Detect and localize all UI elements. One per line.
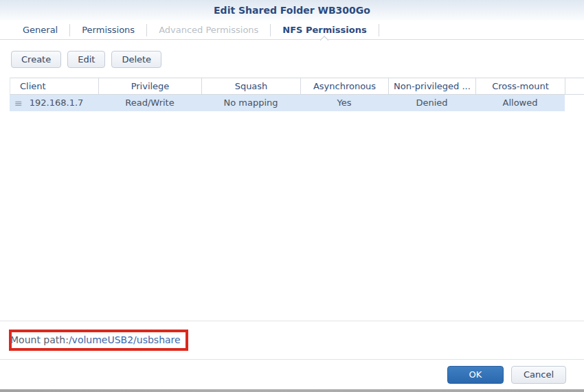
footer-button-bar: OK Cancel	[0, 359, 584, 389]
delete-button[interactable]: Delete	[111, 51, 161, 68]
mount-path-value: /volumeUSB2/usbshare	[69, 334, 181, 345]
nfs-rules-table: Client Privilege Squash Asynchronous Non…	[10, 78, 584, 111]
nfs-toolbar: Create Edit Delete	[0, 40, 584, 68]
column-header-privilege[interactable]: Privilege	[99, 78, 202, 94]
column-header-cross-mount[interactable]: Cross-mount	[476, 78, 565, 94]
table-empty-area	[0, 111, 584, 321]
cell-privilege: Read/Write	[98, 95, 201, 111]
annotation-highlight-box: Mount path:/volumeUSB2/usbshare	[9, 330, 188, 351]
drag-handle-icon[interactable]: ≡	[10, 95, 30, 111]
table-row[interactable]: ≡ 192.168.1.7 Read/Write No mapping Yes …	[10, 95, 565, 111]
footer-info-area: Mount path:/volumeUSB2/usbshare	[0, 321, 584, 359]
cell-client-value: 192.168.1.7	[30, 95, 84, 111]
table-header-row: Client Privilege Squash Asynchronous Non…	[10, 78, 584, 95]
ok-button[interactable]: OK	[447, 366, 504, 384]
cell-non-privileged: Denied	[388, 95, 475, 111]
create-button[interactable]: Create	[11, 51, 61, 68]
window-bottom-edge	[0, 389, 584, 392]
tab-advanced-permissions: Advanced Permissions	[147, 21, 270, 39]
column-header-asynchronous[interactable]: Asynchronous	[301, 78, 389, 94]
tab-nfs-permissions-label: NFS Permissions	[282, 25, 366, 35]
tab-divider	[379, 24, 379, 36]
cell-cross-mount: Allowed	[475, 95, 565, 111]
dialog-title: Edit Shared Folder WB300Go	[0, 0, 584, 21]
tab-bar: General Permissions Advanced Permissions…	[0, 21, 584, 40]
mount-path-label: Mount path:	[10, 334, 69, 345]
column-header-non-privileged[interactable]: Non-privileged ...	[389, 78, 476, 94]
column-header-client[interactable]: Client	[10, 78, 99, 94]
cancel-button[interactable]: Cancel	[511, 366, 566, 384]
column-header-squash[interactable]: Squash	[202, 78, 301, 94]
tab-general[interactable]: General	[11, 21, 69, 39]
edit-button[interactable]: Edit	[67, 51, 105, 68]
cell-asynchronous: Yes	[300, 95, 388, 111]
tab-permissions[interactable]: Permissions	[70, 21, 146, 39]
column-header-gutter	[565, 78, 584, 94]
cell-squash: No mapping	[201, 95, 300, 111]
tab-nfs-permissions[interactable]: NFS Permissions	[271, 21, 378, 39]
cell-client: ≡ 192.168.1.7	[10, 95, 98, 111]
